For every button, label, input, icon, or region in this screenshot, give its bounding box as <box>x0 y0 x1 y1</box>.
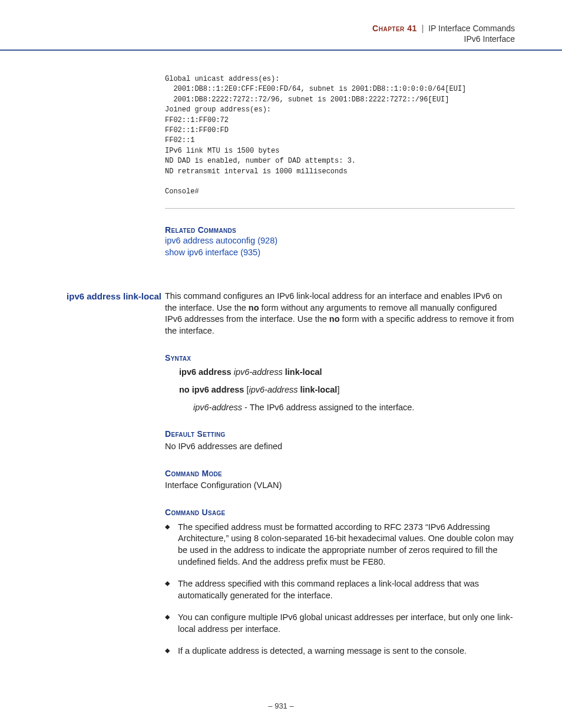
command-entry: ipv6 address link-local This command con… <box>59 291 515 337</box>
syntax-line-1: ipv6 address ipv6-address link-local <box>179 367 515 378</box>
command-name-column: ipv6 address link-local <box>59 291 165 337</box>
usage-item: You can configure multiple IPv6 global u… <box>165 612 515 635</box>
no-keyword: no <box>249 303 259 312</box>
page-number: – 931 – <box>0 701 562 710</box>
syntax-section: Syntax ipv6 address ipv6-address link-lo… <box>165 353 515 414</box>
related-link[interactable]: show ipv6 interface (935) <box>165 246 515 258</box>
command-name: ipv6 address link-local <box>67 291 161 301</box>
related-commands-heading: Related Commands <box>165 225 515 235</box>
related-link[interactable]: ipv6 address autoconfig (928) <box>165 235 515 246</box>
syntax-keyword: ipv6 address <box>179 367 234 377</box>
usage-item: The specified address must be formatted … <box>165 522 515 568</box>
header-line-1: Chapter 41 | IP Interface Commands <box>0 24 515 33</box>
syntax-line-2: no ipv6 address [ipv6-address link-local… <box>179 384 515 396</box>
default-setting-heading: Default Setting <box>165 429 515 440</box>
default-setting-body: No IPv6 addresses are defined <box>165 441 515 453</box>
console-output: Global unicast address(es): 2001:DB8::1:… <box>165 74 515 209</box>
main-content: Global unicast address(es): 2001:DB8::1:… <box>0 74 562 657</box>
param-text: - The IPv6 address assigned to the inter… <box>242 403 414 412</box>
syntax-heading: Syntax <box>165 353 515 364</box>
header-category: IP Interface Commands <box>428 24 515 33</box>
command-mode-section: Command Mode Interface Configuration (VL… <box>165 468 515 492</box>
command-usage-section: Command Usage The specified address must… <box>165 507 515 657</box>
bracket: ] <box>337 385 339 394</box>
usage-list: The specified address must be formatted … <box>165 522 515 657</box>
no-keyword: no <box>329 314 340 324</box>
param-description: ipv6-address - The IPv6 address assigned… <box>193 402 515 414</box>
syntax-keyword: link-local <box>297 385 337 394</box>
related-commands-section: Related Commands ipv6 address autoconfig… <box>165 225 515 259</box>
command-mode-body: Interface Configuration (VLAN) <box>165 480 515 492</box>
command-usage-heading: Command Usage <box>165 507 515 518</box>
syntax-keyword: no ipv6 address <box>179 385 246 394</box>
header-subcategory: IPv6 Interface <box>0 34 515 44</box>
syntax-keyword: link-local <box>283 367 322 377</box>
syntax-param: ipv6-address <box>249 385 297 394</box>
page-header: Chapter 41 | IP Interface Commands IPv6 … <box>0 0 562 51</box>
default-setting-section: Default Setting No IPv6 addresses are de… <box>165 429 515 452</box>
chapter-label: Chapter 41 <box>372 24 417 33</box>
command-mode-heading: Command Mode <box>165 468 515 479</box>
usage-item: If a duplicate address is detected, a wa… <box>165 645 515 657</box>
divider: | <box>422 24 424 33</box>
usage-item: The address specified with this command … <box>165 578 515 601</box>
command-description: This command configures an IPv6 link-loc… <box>165 291 515 337</box>
syntax-param: ipv6-address <box>234 367 283 377</box>
param-name: ipv6-address <box>193 403 242 412</box>
